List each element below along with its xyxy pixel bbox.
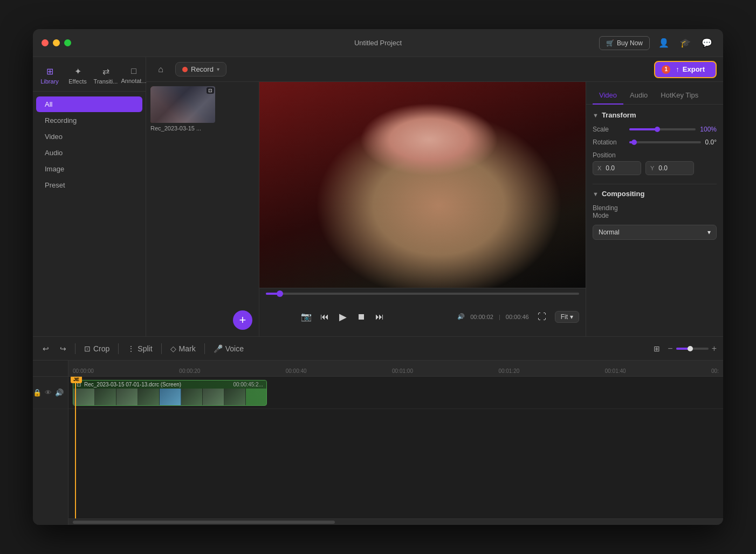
sidebar-tab-library[interactable]: ⊞ Library: [36, 63, 63, 88]
category-preset[interactable]: Preset: [36, 177, 142, 193]
category-audio[interactable]: Audio: [36, 145, 142, 161]
sidebar-tab-transitions[interactable]: ⇄ Transiti...: [92, 63, 119, 88]
window-title: Untitled Project: [354, 39, 402, 47]
timeline-scrollbar[interactable]: [68, 518, 723, 525]
zoom-out-button[interactable]: −: [668, 344, 672, 354]
time-separator: |: [499, 314, 500, 320]
stop-button[interactable]: ⏹: [354, 309, 369, 324]
clip-thumb-2: [116, 389, 138, 405]
timeline-toolbar: ↩ ↪ ⊡ Crop ⋮ Split ◇ Mark 🎤 Voice: [33, 337, 723, 361]
crop-button[interactable]: ⊡ Crop: [81, 342, 113, 355]
position-group: Position X 0.0 Y 0.0: [593, 151, 717, 175]
blending-mode-row: Blending Mode: [593, 204, 717, 219]
position-x-input[interactable]: X 0.0: [593, 161, 641, 175]
record-button[interactable]: Record ▾: [175, 62, 226, 77]
scale-row: Scale 100%: [593, 126, 717, 133]
export-badge: 1: [662, 65, 670, 74]
clip-name: Rec_2023-03-15 07-01-13.dcrc (Screen): [84, 382, 181, 387]
zoom-track[interactable]: [676, 348, 709, 350]
sidebar-tab-effects[interactable]: ✦ Effects: [64, 63, 91, 88]
ruler-mark-3: 00:01:00: [392, 368, 413, 374]
play-button[interactable]: ▶: [335, 309, 350, 324]
playhead-line: JE: [75, 377, 76, 518]
preview-controls: 📷 ⏮ ▶ ⏹ ⏭ 🔊 00:00:02 | 00:00:46: [259, 288, 586, 336]
progress-track[interactable]: [266, 293, 579, 295]
scrollbar-thumb[interactable]: [73, 521, 335, 524]
playback-controls: 📷 ⏮ ▶ ⏹ ⏭: [299, 309, 387, 324]
video-frame: [259, 82, 586, 288]
position-y-input[interactable]: Y 0.0: [645, 161, 694, 175]
camera-snapshot-button[interactable]: 📷: [299, 309, 314, 324]
feedback-icon-button[interactable]: 💬: [699, 36, 714, 51]
x-label: X: [597, 165, 601, 171]
video-clip[interactable]: ⊡ Rec_2023-03-15 07-01-13.dcrc (Screen) …: [73, 380, 267, 406]
zoom-thumb[interactable]: [688, 346, 693, 351]
zoom-control: − +: [668, 344, 717, 354]
clip-thumbnails: [73, 389, 266, 405]
voice-button[interactable]: 🎤 Voice: [210, 342, 247, 355]
minimize-button[interactable]: [53, 39, 60, 46]
thumbnail-image: ⊡: [150, 86, 215, 123]
rewind-button[interactable]: ⏮: [317, 309, 332, 324]
close-button[interactable]: [42, 39, 49, 46]
clip-thumb-7: [224, 389, 246, 405]
compositing-header: ▼ Compositing: [593, 190, 717, 198]
panel-tabs: Video Audio HotKey Tips: [586, 82, 723, 105]
scale-thumb[interactable]: [655, 127, 660, 132]
add-media-button[interactable]: +: [233, 310, 252, 330]
ruler-mark-5: 00:01:40: [605, 368, 626, 374]
media-thumbnail: ⊡: [150, 86, 215, 123]
category-image[interactable]: Image: [36, 161, 142, 177]
crop-icon: ⊡: [84, 344, 91, 353]
compositing-chevron-icon[interactable]: ▼: [593, 191, 599, 197]
scale-slider[interactable]: [629, 128, 696, 130]
track-row: ⊡ Rec_2023-03-15 07-01-13.dcrc (Screen) …: [68, 377, 723, 409]
panel-content: ▼ Transform Scale 100%: [586, 105, 723, 336]
undo-button[interactable]: ↩: [39, 342, 52, 355]
split-icon: ⋮: [127, 344, 135, 353]
volume-icon: 🔊: [457, 313, 465, 320]
clip-thumb-0: [73, 389, 95, 405]
account-icon-button[interactable]: 👤: [656, 36, 671, 51]
buy-now-button[interactable]: 🛒 Buy Now: [599, 36, 650, 50]
help-icon-button[interactable]: 🎓: [678, 36, 693, 51]
progress-thumb[interactable]: [277, 290, 283, 297]
transform-chevron-icon[interactable]: ▼: [593, 112, 599, 119]
rotation-row: Rotation 0.0°: [593, 138, 717, 146]
redo-button[interactable]: ↪: [57, 342, 70, 355]
time-current: 00:00:02: [470, 314, 493, 320]
ruler-mark-2: 00:00:40: [286, 368, 307, 374]
mark-button[interactable]: ◇ Mark: [167, 342, 199, 355]
fit-dropdown[interactable]: Fit ▾: [555, 311, 579, 323]
maximize-button[interactable]: [64, 39, 71, 46]
clip-thumb-6: [203, 389, 224, 405]
zoom-in-button[interactable]: +: [712, 344, 717, 354]
tab-audio[interactable]: Audio: [623, 87, 654, 105]
blending-mode-select[interactable]: Normal ▾: [593, 225, 717, 240]
video-preview: [259, 82, 586, 288]
rotation-label: Rotation: [593, 138, 625, 146]
rotation-thumb[interactable]: [631, 140, 637, 145]
split-button[interactable]: ⋮ Split: [124, 342, 155, 355]
toolbar-separator-3: [161, 343, 162, 354]
tab-hotkey-tips[interactable]: HotKey Tips: [654, 87, 705, 105]
clip-thumb-3: [138, 389, 160, 405]
ruler-mark-1: 00:00:20: [179, 368, 200, 374]
track-lock-button[interactable]: 🔒: [33, 389, 42, 397]
fit-timeline-button[interactable]: ⊞: [650, 342, 663, 355]
ruler-mark-6: 00:: [711, 368, 719, 374]
sidebar-tab-annotations[interactable]: □ Annotat...: [120, 63, 147, 87]
category-recording[interactable]: Recording: [36, 113, 142, 128]
home-button[interactable]: ⌂: [153, 61, 169, 78]
main-content: ⊞ Library ✦ Effects ⇄ Transiti... □ Anno…: [33, 57, 723, 336]
category-all[interactable]: All: [36, 96, 142, 112]
track-audio-button[interactable]: 🔊: [55, 389, 64, 397]
forward-button[interactable]: ⏭: [372, 309, 387, 324]
tab-video[interactable]: Video: [593, 87, 623, 105]
track-visibility-button[interactable]: 👁: [45, 389, 52, 397]
category-video[interactable]: Video: [36, 129, 142, 144]
media-item[interactable]: ⊡ Rec_2023-03-15 ...: [150, 86, 255, 131]
fullscreen-button[interactable]: ⛶: [534, 309, 549, 324]
rotation-slider[interactable]: [629, 141, 701, 143]
export-button[interactable]: 1 ↑ Export: [654, 61, 717, 78]
